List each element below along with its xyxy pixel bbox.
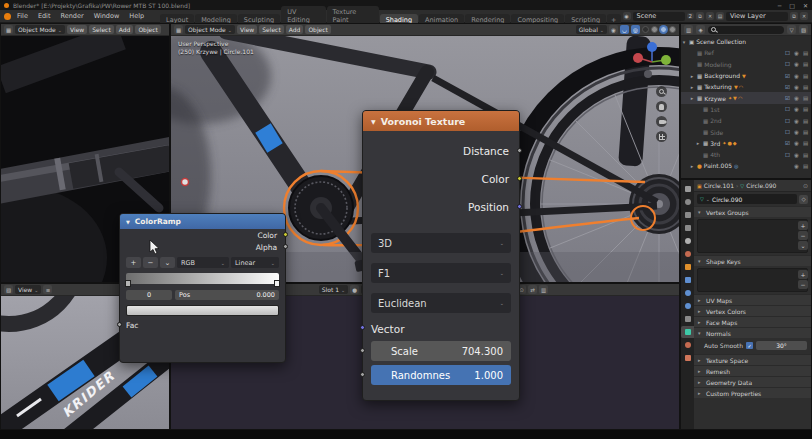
material-sphere-icon[interactable]: ● (350, 285, 359, 294)
collapse-arrow-icon[interactable]: ▼ (126, 219, 130, 225)
eye-icon[interactable]: ◉ (793, 163, 800, 169)
interpolation-dropdown[interactable]: Linear⌄ (231, 257, 279, 268)
tab-world[interactable] (681, 248, 694, 260)
exclude-checkbox[interactable]: ☑ (784, 140, 791, 146)
add-menu[interactable]: Add (116, 25, 134, 34)
stop-color-swatch[interactable] (126, 305, 279, 316)
node-group-icon[interactable]: ⇄ (528, 285, 537, 294)
section-geometry-data[interactable]: ▸ Geometry Data (694, 376, 811, 387)
outliner-row[interactable]: ▸▦ 3rd ✦●◆ ☑ ◉ ▤ (681, 138, 811, 149)
object-menu[interactable]: Object (135, 25, 161, 34)
render-camera-icon[interactable]: ▤ (802, 84, 809, 90)
outliner-options-icon[interactable]: ▧ (799, 25, 808, 34)
tab-physics[interactable] (681, 300, 694, 312)
color-output-socket[interactable] (283, 232, 288, 237)
render-camera-icon[interactable]: ▤ (802, 95, 809, 101)
view-menu[interactable]: View (237, 25, 257, 34)
view-menu[interactable]: View⌄ (15, 285, 41, 294)
remove-shape-key-button[interactable]: − (798, 280, 808, 289)
select-menu[interactable]: Select (89, 25, 114, 34)
tab-scene[interactable] (681, 235, 694, 247)
distance-metric-dropdown[interactable]: Euclidean⌄ (371, 293, 511, 313)
tab-render[interactable] (681, 196, 694, 208)
eye-icon[interactable]: ◉ (793, 129, 800, 135)
ramp-specials-button[interactable]: ⌄ (160, 257, 175, 268)
breadcrumb-object[interactable]: Circle.101 (704, 182, 734, 189)
remove-stop-button[interactable]: − (143, 257, 158, 268)
menu-help[interactable]: Help (125, 11, 148, 21)
section-vertex-colors[interactable]: ▸ Vertex Colors (694, 305, 811, 316)
scene-copy-icon[interactable]: ⧉ (696, 12, 704, 20)
exclude-checkbox[interactable]: ☑ (784, 95, 791, 101)
render-camera-icon[interactable]: ▤ (802, 61, 809, 67)
color-output-socket[interactable] (517, 176, 522, 181)
outliner-row[interactable]: ▦ Ref ☐ ◉ ▤ (681, 47, 811, 58)
editor-type-icon[interactable]: ▨ (4, 285, 13, 294)
add-stop-button[interactable]: + (126, 257, 141, 268)
outliner-row-paint[interactable]: ▸● Paint.005 ◎ ◉ ▤ (681, 160, 811, 171)
breadcrumb-data[interactable]: Circle.090 (746, 182, 776, 189)
eye-icon[interactable]: ◉ (793, 106, 800, 112)
randomness-slider[interactable]: Randomnes 1.000 (371, 365, 511, 385)
eye-icon[interactable]: ◉ (793, 61, 800, 67)
outliner-search-input[interactable] (708, 26, 784, 34)
tab-view-layer[interactable] (681, 222, 694, 234)
close-button[interactable]: ✕ (803, 2, 808, 9)
outliner-row-scene-collection[interactable]: ▾▣ Scene Collection (681, 36, 811, 47)
color-mode-dropdown[interactable]: RGB⌄ (177, 257, 229, 268)
eye-icon[interactable]: ◉ (793, 73, 800, 79)
stop-position-field[interactable]: Pos0.000 (175, 290, 279, 300)
eye-icon[interactable]: ◉ (793, 152, 800, 158)
eye-icon[interactable]: ◉ (793, 95, 800, 101)
section-texture-space[interactable]: ▸ Texture Space (694, 354, 811, 365)
shield-icon[interactable]: ◇ (799, 195, 808, 204)
tab-particles[interactable] (681, 287, 694, 299)
outliner-row[interactable]: ▦ 2nd ☐ ◉ ▤ (681, 115, 811, 126)
outliner-row[interactable]: ▸▦ Texturing ▼◠ ☑ ◉ ▤ (681, 81, 811, 92)
menu-render[interactable]: Render (56, 11, 87, 21)
filter-icon[interactable]: ▽ (787, 25, 796, 34)
tab-object[interactable] (681, 261, 694, 273)
render-camera-icon[interactable]: ▤ (802, 140, 809, 146)
exclude-checkbox[interactable]: ☑ (784, 73, 791, 79)
collapse-arrow-icon[interactable]: ▼ (371, 118, 376, 125)
section-remesh[interactable]: ▸ Remesh (694, 365, 811, 376)
hamburger-menu-icon[interactable]: ≡ (43, 285, 52, 294)
colorramp-node[interactable]: ▼ ColorRamp Color Alpha + − ⌄ RGB⌄ Linea… (119, 213, 286, 363)
zoom-icon[interactable] (656, 86, 667, 97)
render-camera-icon[interactable]: ▤ (802, 129, 809, 135)
camera-view-icon[interactable] (656, 116, 667, 127)
add-menu[interactable]: Add (286, 25, 304, 34)
render-camera-icon[interactable]: ▤ (802, 73, 809, 79)
stop-index-field[interactable]: 0 (126, 290, 172, 300)
exclude-checkbox[interactable]: ☑ (784, 84, 791, 90)
tab-texture[interactable] (681, 352, 694, 364)
material-slot-dropdown[interactable]: Slot 1⌄ (319, 285, 348, 294)
shading-material-icon[interactable] (660, 26, 667, 33)
eye-icon[interactable]: ◉ (793, 84, 800, 90)
outliner-row-active[interactable]: ▸▦ Krzywe ✦▼◠ ☑ ◉ ▤ (681, 92, 811, 103)
vertex-groups-list[interactable]: + − ⌄ (697, 219, 808, 253)
select-menu[interactable]: Select (259, 25, 284, 34)
snap-icon[interactable]: ▥ (539, 285, 548, 294)
eye-icon[interactable]: ◉ (793, 118, 800, 124)
tab-object-data[interactable] (681, 326, 694, 338)
section-custom-properties[interactable]: ▸ Custom Properties (694, 387, 811, 398)
render-camera-icon[interactable]: ▤ (802, 50, 809, 56)
mode-dropdown[interactable]: Object Mode⌄ (185, 25, 235, 34)
feature-dropdown[interactable]: F1⌄ (371, 263, 511, 283)
exclude-checkbox[interactable]: ☐ (784, 152, 791, 158)
menu-window[interactable]: Window (90, 11, 124, 21)
add-shape-key-button[interactable]: + (798, 270, 808, 279)
scene-name-field[interactable]: Scene (633, 12, 685, 21)
vector-input-socket[interactable] (360, 325, 365, 330)
outliner-row[interactable]: ▸▦ Background ▼ ☑ ◉ ▤ (681, 70, 811, 81)
maximize-button[interactable]: □ (789, 2, 795, 9)
add-vertex-group-button[interactable]: + (798, 221, 808, 230)
tab-tool[interactable] (681, 183, 694, 195)
viewlayer-copy-icon[interactable]: ⧉ (790, 12, 798, 20)
render-camera-icon[interactable]: ▤ (802, 163, 809, 169)
vertex-group-specials-button[interactable]: ⌄ (798, 241, 808, 250)
tab-output[interactable] (681, 209, 694, 221)
shape-keys-list[interactable]: + − (697, 268, 808, 292)
